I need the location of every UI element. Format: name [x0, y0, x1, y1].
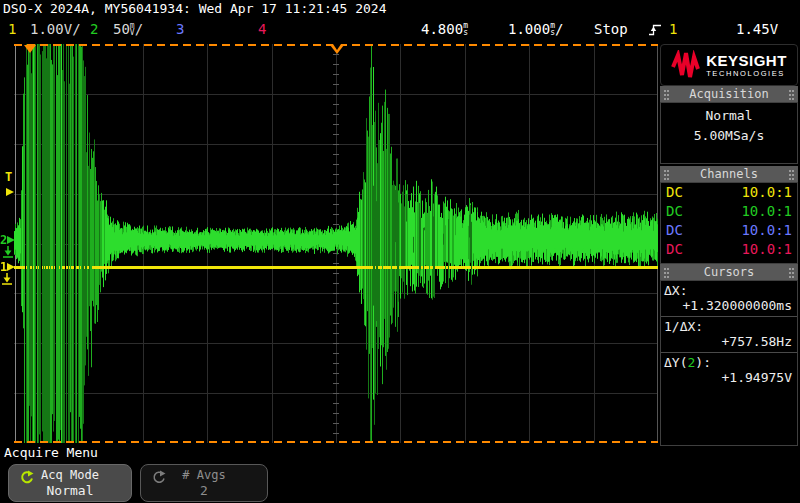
ch4-coupling: DC	[666, 240, 683, 259]
ch2-scale[interactable]: 50mV/	[113, 21, 143, 37]
keysight-logo: KEYSIGHT TECHNOLOGIES	[660, 44, 798, 86]
run-state[interactable]: Stop	[594, 21, 628, 37]
cursor-dy-label: ΔY(2):	[661, 355, 797, 370]
ch2-offset-marker[interactable]	[7, 236, 15, 244]
trigger-level-label[interactable]: T	[5, 170, 12, 184]
sample-rate: 5.00MSa/s	[661, 128, 797, 143]
ch2-probe-ratio: 10.0:1	[741, 202, 792, 221]
keysight-spark-icon	[671, 50, 701, 80]
cursors-header-label: Cursors	[704, 265, 755, 279]
oscilloscope-screen: DSO-X 2024A, MY56041934: Wed Apr 17 11:2…	[0, 0, 800, 503]
cursors-panel: ΔX: +1.320000000ms 1/ΔX: +757.58Hz ΔY(2)…	[660, 280, 798, 446]
ch2-badge[interactable]: 2	[90, 21, 98, 37]
logo-sub: TECHNOLOGIES	[706, 70, 787, 78]
channels-header-label: Channels	[700, 167, 758, 181]
acquisition-mode: Normal	[661, 108, 797, 123]
sidebar: KEYSIGHT TECHNOLOGIES Acquisition Normal…	[660, 42, 798, 446]
title-bar: DSO-X 2024A, MY56041934: Wed Apr 17 11:2…	[3, 1, 387, 16]
trigger-position-marker[interactable]	[24, 45, 36, 53]
channel-row-4[interactable]: DC 10.0:1	[661, 240, 797, 259]
grip-icon	[664, 268, 666, 270]
ch3-probe-ratio: 10.0:1	[741, 221, 792, 240]
trigger-edge-icon[interactable]	[648, 22, 662, 37]
channels-header[interactable]: Channels	[660, 166, 798, 182]
channel-row-1[interactable]: DC 10.0:1	[661, 183, 797, 202]
grip-icon	[789, 268, 791, 270]
ch1-badge[interactable]: 1	[8, 21, 16, 37]
cursor-invdx-value: +757.58Hz	[661, 334, 797, 349]
cursor-invdx-group: 1/ΔX: +757.58Hz	[661, 317, 797, 353]
cursor-dx-value: +1.320000000ms	[661, 298, 797, 313]
ch4-probe-ratio: 10.0:1	[741, 240, 792, 259]
ch2-ground-icon	[2, 246, 14, 259]
timebase-scale[interactable]: 1.000ms/	[508, 21, 563, 37]
ch1-offset-marker[interactable]	[7, 263, 15, 271]
acquisition-panel: Normal 5.00MSa/s	[660, 102, 798, 164]
ch4-badge[interactable]: 4	[258, 21, 266, 37]
cursor-invdx-label: 1/ΔX:	[661, 319, 797, 334]
status-bar: 1 1.00V/ 2 50mV/ 3 4 4.800ms 1.000ms/ St…	[0, 17, 800, 42]
ch1-coupling: DC	[666, 183, 683, 202]
timebase-scale-suffix: /	[555, 21, 563, 37]
waveform-plot[interactable]	[14, 44, 658, 443]
softkey-menu: Acquire Menu Acq Mode Normal # Avgs 2	[0, 443, 660, 503]
acquisition-header-label: Acquisition	[689, 87, 768, 101]
cursor-dx-label: ΔX:	[661, 283, 797, 298]
waveform-canvas[interactable]	[14, 44, 658, 443]
ch2-coupling: DC	[666, 202, 683, 221]
num-avgs-softkey[interactable]: # Avgs 2	[140, 464, 268, 502]
timebase-scale-value: 1.000	[508, 21, 550, 37]
ch3-coupling: DC	[666, 221, 683, 240]
rotate-knob-icon	[19, 470, 34, 485]
trigger-source-badge[interactable]: 1	[669, 21, 677, 37]
acq-mode-value: Normal	[9, 483, 131, 498]
grip-icon	[789, 90, 791, 92]
timebase-delay-unit: ms	[463, 22, 468, 36]
cursors-header[interactable]: Cursors	[660, 264, 798, 280]
cursor-dx-group: ΔX: +1.320000000ms	[661, 281, 797, 317]
channels-panel: DC 10.0:1 DC 10.0:1 DC 10.0:1 DC 10.0:1	[660, 182, 798, 264]
cursor-dy-group: ΔY(2): +1.94975V	[661, 353, 797, 388]
acq-mode-softkey[interactable]: Acq Mode Normal	[8, 464, 132, 502]
time-reference-marker[interactable]	[330, 45, 344, 54]
ch2-scale-suffix: /	[135, 21, 143, 37]
ch1-scale[interactable]: 1.00V/	[30, 21, 81, 37]
grip-icon	[789, 170, 791, 172]
acquisition-header[interactable]: Acquisition	[660, 86, 798, 102]
ch1-probe-ratio: 10.0:1	[741, 183, 792, 202]
menu-title: Acquire Menu	[4, 445, 98, 460]
timebase-delay[interactable]: 4.800ms	[421, 21, 468, 37]
rotate-knob-icon	[151, 470, 166, 485]
ch2-scale-value: 50	[113, 21, 130, 37]
channel-row-3[interactable]: DC 10.0:1	[661, 221, 797, 240]
trigger-level[interactable]: 1.45V	[736, 21, 778, 37]
ch1-ground-icon	[1, 273, 13, 286]
trigger-level-marker[interactable]	[6, 188, 14, 196]
logo-brand: KEYSIGHT	[706, 53, 787, 68]
cursor-dy-value: +1.94975V	[661, 370, 797, 385]
grip-icon	[664, 170, 666, 172]
timebase-delay-value: 4.800	[421, 21, 463, 37]
grip-icon	[664, 90, 666, 92]
channel-row-2[interactable]: DC 10.0:1	[661, 202, 797, 221]
num-avgs-value: 2	[141, 483, 267, 498]
ch3-badge[interactable]: 3	[176, 21, 184, 37]
